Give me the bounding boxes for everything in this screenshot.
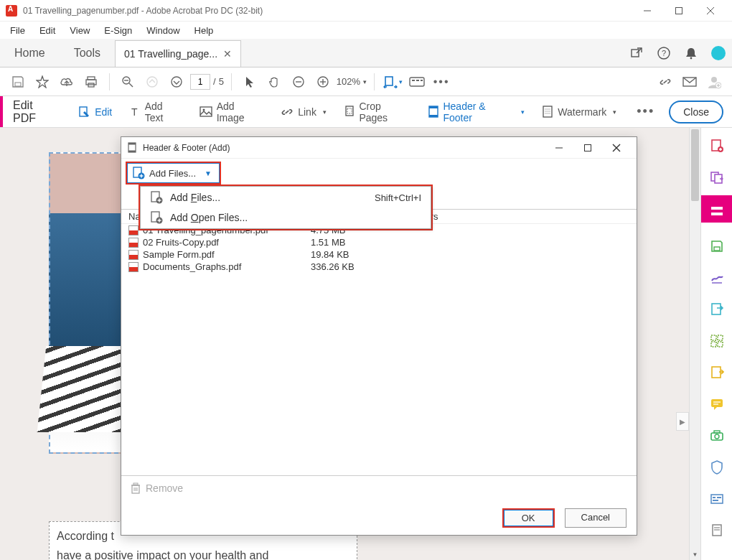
sidebar-send-icon[interactable] [709,365,725,381]
svg-point-8 [690,57,693,59]
maximize-button[interactable] [663,0,695,22]
close-button[interactable] [695,0,726,22]
minimize-button[interactable] [632,0,663,22]
page-display-icon[interactable] [406,71,428,93]
help-icon[interactable]: ? [650,39,677,67]
svg-rect-53 [711,213,723,215]
add-files-dropdown-button[interactable]: Add Files... ▼ [127,163,220,183]
menu-add-files[interactable]: Add Files... Shift+Ctrl+I [141,187,430,207]
add-image-button[interactable]: Add Image [194,98,269,126]
email-icon[interactable] [679,71,700,93]
file-row[interactable]: Documents_Graphs.pdf336.26 KB [121,261,637,273]
zoom-out-search-icon[interactable] [117,71,139,93]
page-total: 5 [219,76,224,87]
svg-rect-66 [714,431,720,433]
svg-point-29 [711,77,717,83]
svg-rect-71 [713,500,718,501]
zoom-in-icon[interactable] [312,71,334,93]
svg-rect-58 [718,335,723,340]
file-row[interactable]: 02 Fruits-Copy.pdf1.51 MB [121,236,637,248]
add-files-menu-highlight: Add Files... Shift+Ctrl+I Add Open Files… [139,185,433,230]
svg-rect-76 [128,143,136,145]
app-icon [6,5,17,17]
menu-add-open-files[interactable]: Add Open Files... [141,207,430,228]
pdf-icon [128,250,139,260]
link-tool-icon[interactable] [654,71,676,93]
ok-button-highlight: OK [502,508,555,528]
page-down-icon[interactable] [166,71,187,93]
svg-rect-25 [412,80,415,81]
sidebar-save-icon[interactable] [709,238,725,254]
svg-text:?: ? [662,49,666,57]
menu-file[interactable]: File [4,24,31,37]
svg-rect-98 [133,483,138,485]
sidebar-redact-icon[interactable] [709,491,725,507]
sidebar-export-icon[interactable] [709,302,725,317]
sidebar-edit-icon[interactable] [701,195,733,223]
sidebar-protect-icon[interactable] [709,459,725,475]
add-text-button[interactable]: TAdd Text [123,98,188,126]
print-icon[interactable] [80,71,102,93]
edit-button[interactable]: Edit [72,103,118,121]
tab-document[interactable]: 01 Travelling_page... ✕ [115,40,241,67]
sidebar-organize-icon[interactable] [709,333,725,349]
menu-view[interactable]: View [64,24,95,37]
more-options-icon[interactable]: ••• [637,104,654,119]
page-sep: / [213,76,216,87]
file-row[interactable]: Sample Form.pdf19.84 KB [121,248,637,261]
dialog-maximize-button[interactable] [573,137,602,159]
svg-point-36 [203,108,205,111]
crop-button[interactable]: Crop Pages [338,98,416,126]
tab-home[interactable]: Home [0,39,60,67]
menu-edit[interactable]: Edit [34,24,61,37]
collapse-right-icon[interactable]: ▶ [676,412,689,431]
sidebar-create-icon[interactable] [709,138,725,154]
sidebar-sign-icon[interactable] [709,270,725,286]
svg-rect-56 [712,304,721,314]
profile-avatar[interactable] [705,39,732,67]
share-icon[interactable] [623,39,650,67]
sidebar-compress-icon[interactable] [709,523,725,538]
sidebar-combine-icon[interactable] [709,169,725,185]
menu-help[interactable]: Help [189,24,220,37]
zoom-level[interactable]: 102%▾ [337,76,367,87]
menu-esign[interactable]: E-Sign [98,24,138,37]
save-icon[interactable] [7,71,29,93]
cloud-upload-icon[interactable] [56,71,78,93]
header-footer-button[interactable]: Header & Footer▾ [422,98,530,126]
account-icon[interactable] [703,71,725,93]
zoom-out-icon[interactable] [288,71,309,93]
svg-rect-62 [711,399,723,407]
svg-rect-23 [385,77,393,85]
dialog-minimize-button[interactable] [545,137,573,159]
selection-icon[interactable] [239,71,261,93]
vertical-scrollbar[interactable]: ▲ ▼ [689,128,700,560]
svg-line-14 [129,83,133,87]
link-button[interactable]: Link▾ [275,103,332,121]
sidebar-scan-icon[interactable] [709,428,725,444]
fit-width-icon[interactable]: ▾ [382,71,403,93]
svg-rect-60 [718,342,723,347]
svg-rect-35 [200,107,212,116]
cancel-button[interactable]: Cancel [565,508,627,528]
dialog-close-button[interactable] [602,137,631,159]
tab-close-icon[interactable]: ✕ [223,48,232,60]
svg-text:T: T [131,106,138,118]
svg-rect-38 [347,108,352,113]
ok-button[interactable]: OK [504,510,553,526]
menu-window[interactable]: Window [141,24,185,37]
svg-rect-26 [416,80,419,81]
svg-rect-1 [676,7,682,14]
svg-rect-52 [711,207,723,210]
more-tools-icon[interactable]: ••• [431,71,452,93]
sidebar-comment-icon[interactable] [709,396,725,412]
watermark-button[interactable]: Watermark▾ [536,103,622,121]
page-number-input[interactable] [190,74,210,90]
svg-rect-79 [585,144,591,151]
bell-icon[interactable] [677,39,705,67]
tab-tools[interactable]: Tools [60,39,115,67]
hand-icon[interactable] [263,71,285,93]
close-panel-button[interactable]: Close [669,101,723,123]
page-up-icon[interactable] [141,71,163,93]
star-icon[interactable] [32,71,53,93]
